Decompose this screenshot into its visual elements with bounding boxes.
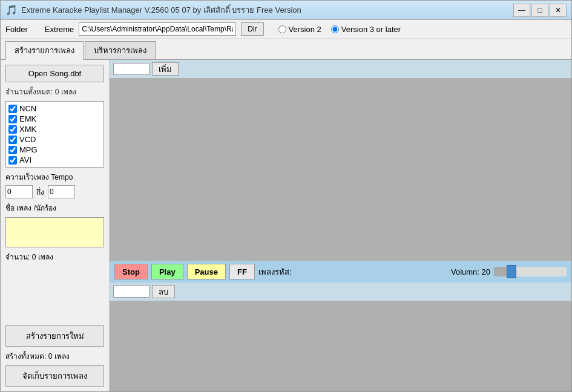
close-button[interactable]: ✕ [550,4,567,17]
minimize-button[interactable]: — [513,4,530,17]
right-panel: เพิ่ม Stop Play Pause FF เพลงรหัส: Volum… [110,60,571,391]
checkbox-avi[interactable]: AVI [8,155,101,165]
pause-button[interactable]: Pause [187,264,226,279]
maximize-button[interactable]: □ [531,4,548,17]
tempo-kng-label: กึ่ง [36,186,44,198]
checkbox-vcd[interactable]: VCD [8,135,101,144]
main-window: 🎵 Extreme Karaoke Playlist Manager V.256… [0,0,572,392]
tempo-input1[interactable] [5,185,33,198]
save-playlist-button[interactable]: จัดเก็บรายการเพลง [5,365,104,387]
create-playlist-button[interactable]: สร้างรายการใหม่ [5,325,104,347]
main-content: Open Song.dbf จำนวนทั้งหมด: 0 เพลง NCN E… [1,60,571,391]
dir-button[interactable]: Dir [241,22,263,36]
volume-label: Volumn: 20 [451,267,490,276]
song-name-area [5,217,104,247]
del-button[interactable]: ลบ [152,285,175,298]
format-checkbox-list: NCN EMK XMK VCD MPG [5,101,104,168]
song-id-label: เพลงรหัส: [258,266,292,278]
bottom-playlist-area: ลบ [110,283,571,391]
playlist-area [110,301,571,391]
del-row: ลบ [110,283,571,301]
tempo-section: ความเร็วเพลง Tempo กึ่ง [5,171,104,198]
ff-button[interactable]: FF [229,264,255,279]
song-list-area [110,78,571,261]
song-info-label: ชื่อ เพลง /นักร้อง [5,202,104,214]
version3-radio[interactable] [331,25,339,33]
tabs-bar: สร้างรายการเพลง บริหารการเพลง [1,39,571,60]
song-count-label: จำนวนทั้งหมด: 0 เพลง [5,86,104,97]
tempo-row: กึ่ง [5,185,104,198]
version3-label: Version 3 or later [341,25,401,34]
total-created-label: สร้างทั้งหมด: 0 เพลง [5,350,104,362]
add-button[interactable]: เพิ่ม [152,62,179,76]
open-song-button[interactable]: Open Song.dbf [5,65,104,82]
folder-bar: Folder Extreme Dir Version 2 Version 3 o… [1,20,571,39]
radio-group: Version 2 Version 3 or later [278,25,401,34]
checkbox-mpg[interactable]: MPG [8,145,101,154]
top-song-area: เพิ่ม [110,60,571,261]
checkbox-xmk[interactable]: XMK [8,125,101,134]
tab-create-playlist[interactable]: สร้างรายการเพลง [5,41,84,60]
title-text: Extreme Karaoke Playlist Manager V.2560 … [21,4,301,16]
version2-radio[interactable] [278,25,286,33]
volume-slider[interactable] [494,267,567,276]
add-row: เพิ่ม [110,60,571,78]
stop-button[interactable]: Stop [114,264,148,279]
title-bar: 🎵 Extreme Karaoke Playlist Manager V.256… [1,1,571,20]
path-input[interactable] [79,22,236,36]
checkbox-emk[interactable]: EMK [8,114,101,123]
version3-radio-label[interactable]: Version 3 or later [331,25,401,34]
checkbox-ncn[interactable]: NCN [8,104,101,113]
del-input[interactable] [113,286,150,298]
folder-label: Folder [5,25,28,34]
tempo-label: ความเร็วเพลง Tempo [5,171,104,183]
play-button[interactable]: Play [151,264,183,279]
title-bar-left: 🎵 Extreme Karaoke Playlist Manager V.256… [5,4,301,16]
control-bar: Stop Play Pause FF เพลงรหัส: Volumn: 20 [110,261,571,283]
tempo-input2[interactable] [48,185,75,198]
song-count-label2: จำนวน: 0 เพลง [5,251,104,263]
left-panel: Open Song.dbf จำนวนทั้งหมด: 0 เพลง NCN E… [1,60,110,391]
title-bar-controls: — □ ✕ [513,4,567,17]
extreme-label: Extreme [45,25,74,34]
version2-label: Version 2 [289,25,321,34]
add-input[interactable] [113,63,150,75]
version2-radio-label[interactable]: Version 2 [278,25,321,34]
app-icon: 🎵 [5,4,18,16]
tab-manage-playlist[interactable]: บริหารการเพลง [85,41,156,59]
